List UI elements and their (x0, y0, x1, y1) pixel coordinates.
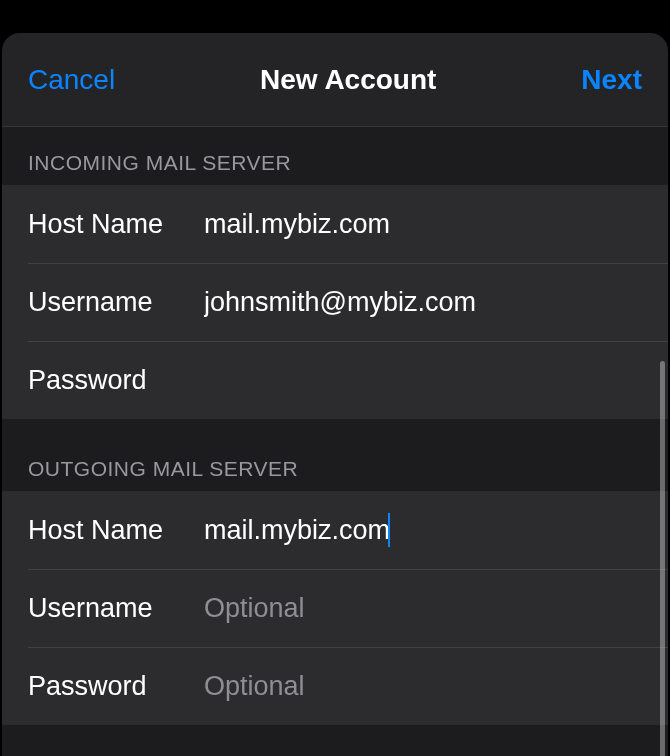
incoming-username-row[interactable]: Username (2, 263, 668, 341)
username-label: Username (28, 287, 204, 318)
incoming-hostname-row[interactable]: Host Name (2, 185, 668, 263)
hostname-label: Host Name (28, 209, 204, 240)
password-label: Password (28, 671, 204, 702)
outgoing-section-header: Outgoing Mail Server (2, 419, 668, 491)
new-account-sheet: Cancel New Account Next Incoming Mail Se… (2, 33, 668, 756)
incoming-password-input[interactable] (204, 365, 642, 396)
outgoing-username-row[interactable]: Username (2, 569, 668, 647)
outgoing-hostname-row[interactable]: Host Name mail.mybiz.com (2, 491, 668, 569)
outgoing-hostname-input[interactable]: mail.mybiz.com (204, 513, 642, 547)
navigation-bar: Cancel New Account Next (2, 33, 668, 127)
outgoing-password-input[interactable] (204, 671, 642, 702)
scrollbar[interactable] (660, 361, 665, 756)
outgoing-password-row[interactable]: Password (2, 647, 668, 725)
incoming-password-row[interactable]: Password (2, 341, 668, 419)
next-button[interactable]: Next (581, 64, 642, 96)
incoming-group: Host Name Username Password (2, 185, 668, 419)
incoming-username-input[interactable] (204, 287, 642, 318)
username-label: Username (28, 593, 204, 624)
cancel-button[interactable]: Cancel (28, 64, 115, 96)
page-title: New Account (260, 64, 436, 96)
outgoing-group: Host Name mail.mybiz.com Username Passwo… (2, 491, 668, 725)
hostname-label: Host Name (28, 515, 204, 546)
outgoing-username-input[interactable] (204, 593, 642, 624)
password-label: Password (28, 365, 204, 396)
incoming-hostname-input[interactable] (204, 209, 642, 240)
text-cursor (388, 513, 390, 547)
incoming-section-header: Incoming Mail Server (2, 127, 668, 185)
